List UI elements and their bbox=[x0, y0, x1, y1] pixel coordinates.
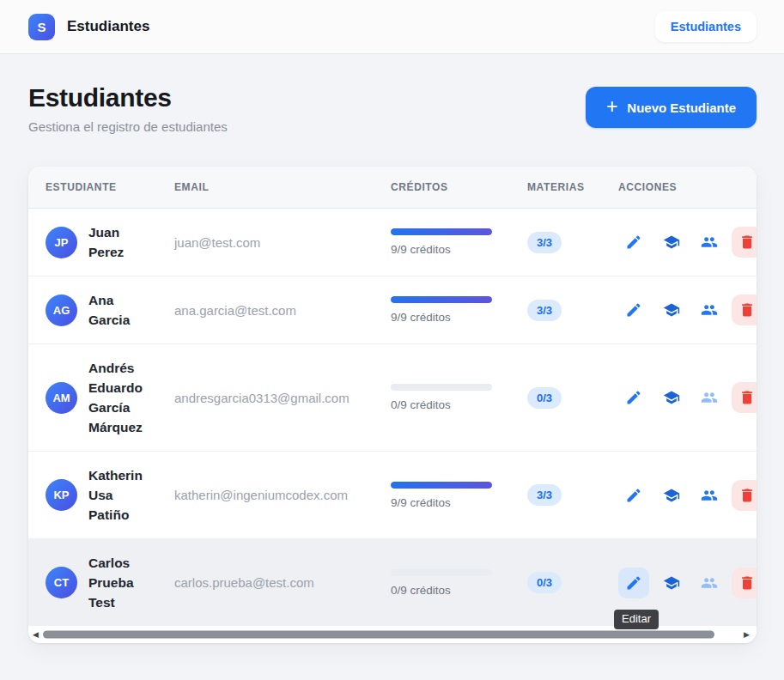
column-header-estudiante: ESTUDIANTE bbox=[28, 167, 174, 209]
trash-icon bbox=[738, 301, 756, 319]
graduation-cap-icon bbox=[663, 301, 680, 319]
student-email: carlos.prueba@test.com bbox=[174, 539, 391, 627]
people-icon bbox=[701, 389, 718, 406]
groups-button[interactable] bbox=[694, 294, 725, 325]
avatar: JP bbox=[46, 227, 77, 258]
trash-icon bbox=[738, 487, 756, 504]
credits-label: 0/9 créditos bbox=[391, 398, 527, 411]
groups-button[interactable] bbox=[694, 568, 725, 598]
credits-progressbar bbox=[391, 228, 492, 235]
avatar: CT bbox=[46, 567, 77, 598]
delete-button[interactable] bbox=[732, 294, 757, 325]
credits-progress-fill bbox=[391, 228, 492, 235]
subjects-button[interactable] bbox=[656, 294, 687, 325]
credits-label: 0/9 créditos bbox=[391, 584, 527, 597]
edit-button[interactable] bbox=[618, 382, 649, 413]
pencil-icon bbox=[625, 487, 642, 504]
edit-button[interactable] bbox=[618, 480, 649, 511]
table-row: AG Ana Garcia ana.garcia@test.com 9/9 cr… bbox=[28, 276, 757, 344]
materias-badge: 0/3 bbox=[527, 572, 562, 593]
student-email: juan@test.com bbox=[174, 209, 391, 276]
trash-icon bbox=[738, 389, 756, 406]
student-email: katherin@ingeniumcodex.com bbox=[174, 452, 391, 539]
credits-progressbar bbox=[391, 569, 492, 576]
student-name: Carlos Prueba Test bbox=[88, 553, 149, 612]
student-name: Ana Garcia bbox=[88, 290, 149, 330]
edit-button[interactable] bbox=[618, 568, 649, 598]
pencil-icon bbox=[625, 301, 642, 319]
delete-button[interactable] bbox=[732, 382, 757, 413]
subjects-button[interactable] bbox=[656, 227, 687, 258]
scrollbar-thumb[interactable] bbox=[43, 631, 714, 639]
table-row: AM Andrés Eduardo García Márquez andresg… bbox=[28, 344, 757, 452]
new-student-button[interactable]: + Nuevo Estudiante bbox=[586, 87, 757, 128]
scroll-left-arrow-icon[interactable]: ◀ bbox=[33, 631, 39, 639]
brand: S Estudiantes bbox=[28, 14, 149, 40]
credits-label: 9/9 créditos bbox=[391, 243, 527, 256]
avatar: KP bbox=[46, 479, 77, 511]
student-name: Juan Perez bbox=[88, 222, 149, 262]
credits-progressbar bbox=[391, 384, 492, 391]
subjects-button[interactable] bbox=[656, 568, 687, 598]
groups-button[interactable] bbox=[694, 382, 725, 413]
edit-button[interactable] bbox=[618, 227, 649, 258]
credits-progress-fill bbox=[391, 296, 492, 303]
nav-estudiantes-button[interactable]: Estudiantes bbox=[655, 11, 757, 42]
top-bar: S Estudiantes Estudiantes bbox=[0, 0, 784, 54]
materias-badge: 3/3 bbox=[527, 484, 562, 506]
column-header-materias: MATERIAS bbox=[527, 167, 618, 209]
page-subtitle: Gestiona el registro de estudiantes bbox=[28, 119, 228, 134]
page-title: Estudiantes bbox=[28, 83, 228, 112]
avatar: AG bbox=[46, 294, 77, 326]
table-row: KP Katherin Usa Patiño katherin@ingenium… bbox=[28, 452, 757, 539]
students-table-card: ESTUDIANTE EMAIL CRÉDITOS MATERIAS ACCIO… bbox=[28, 167, 757, 643]
credits-progressbar bbox=[391, 482, 492, 489]
groups-button[interactable] bbox=[694, 480, 725, 511]
materias-badge: 0/3 bbox=[527, 387, 562, 409]
pencil-icon bbox=[625, 574, 642, 592]
students-table: ESTUDIANTE EMAIL CRÉDITOS MATERIAS ACCIO… bbox=[28, 167, 757, 626]
pencil-icon bbox=[625, 389, 642, 406]
trash-icon bbox=[738, 234, 756, 251]
student-name: Andrés Eduardo García Márquez bbox=[88, 358, 149, 437]
graduation-cap-icon bbox=[663, 487, 680, 504]
credits-progress-fill bbox=[391, 482, 492, 489]
materias-badge: 3/3 bbox=[527, 232, 562, 253]
trash-icon bbox=[738, 574, 756, 592]
student-email: andresgarcia0313@gmail.com bbox=[174, 344, 391, 452]
graduation-cap-icon bbox=[663, 234, 680, 251]
people-icon bbox=[701, 574, 718, 592]
groups-button[interactable] bbox=[694, 227, 725, 258]
pencil-icon bbox=[625, 234, 642, 251]
app-title: Estudiantes bbox=[67, 18, 149, 35]
edit-tooltip: Editar bbox=[614, 610, 659, 629]
graduation-cap-icon bbox=[663, 389, 680, 406]
credits-progressbar bbox=[391, 296, 492, 303]
main-content: Estudiantes Gestiona el registro de estu… bbox=[0, 83, 784, 643]
scroll-right-arrow-icon[interactable]: ▶ bbox=[744, 631, 750, 639]
table-body: JP Juan Perez juan@test.com 9/9 créditos… bbox=[28, 209, 757, 627]
table-scroll-area: ESTUDIANTE EMAIL CRÉDITOS MATERIAS ACCIO… bbox=[28, 167, 757, 626]
materias-badge: 3/3 bbox=[527, 300, 562, 321]
credits-label: 9/9 créditos bbox=[391, 311, 527, 324]
people-icon bbox=[701, 487, 718, 504]
edit-button[interactable] bbox=[618, 294, 649, 325]
table-header-row: ESTUDIANTE EMAIL CRÉDITOS MATERIAS ACCIO… bbox=[28, 167, 757, 209]
plus-icon: + bbox=[606, 97, 617, 117]
people-icon bbox=[701, 234, 718, 251]
delete-button[interactable] bbox=[732, 480, 757, 511]
column-header-acciones: ACCIONES bbox=[618, 167, 757, 209]
subjects-button[interactable] bbox=[656, 480, 687, 511]
people-icon bbox=[701, 301, 718, 319]
app-logo: S bbox=[28, 14, 55, 40]
subjects-button[interactable] bbox=[656, 382, 687, 413]
avatar: AM bbox=[46, 382, 77, 414]
credits-label: 9/9 créditos bbox=[391, 496, 527, 509]
delete-button[interactable] bbox=[732, 227, 757, 258]
student-email: ana.garcia@test.com bbox=[174, 276, 391, 344]
delete-button[interactable] bbox=[732, 568, 757, 598]
column-header-email: EMAIL bbox=[174, 167, 391, 209]
new-student-button-label: Nuevo Estudiante bbox=[627, 100, 736, 115]
graduation-cap-icon bbox=[663, 574, 680, 592]
table-row: JP Juan Perez juan@test.com 9/9 créditos… bbox=[28, 209, 757, 276]
